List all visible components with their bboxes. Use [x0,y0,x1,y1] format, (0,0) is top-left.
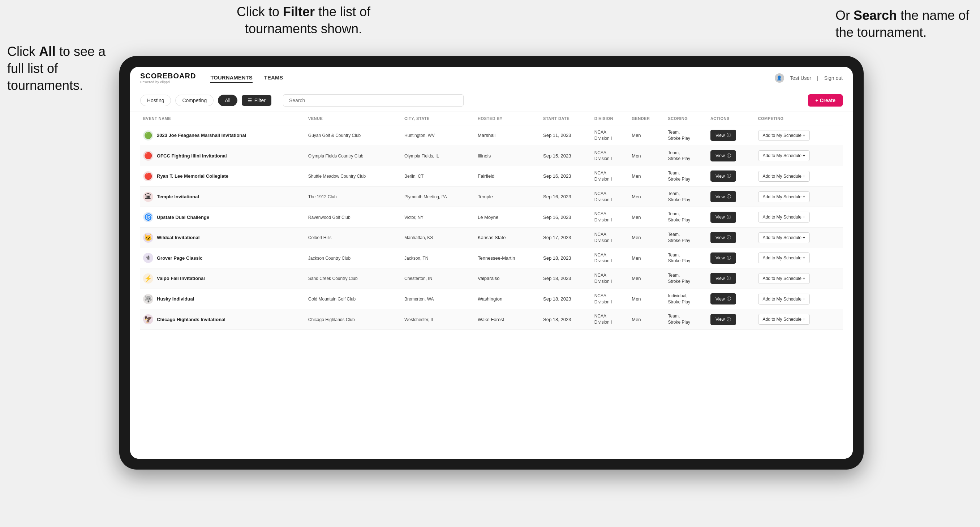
start-date: Sep 18, 2023 [540,268,592,289]
add-schedule-button[interactable]: Add to My Schedule + [758,212,810,222]
event-cell: 🌀 Upstate Dual Challenge [143,212,302,222]
table-row: ⚜ Grover Page Classic Jackson Country Cl… [140,248,843,268]
event-name: OFCC Fighting Illini Invitational [157,153,227,159]
info-icon: ⓘ [727,153,731,159]
team-logo: 🏛 [143,192,153,202]
sign-out-link[interactable]: Sign out [824,75,843,81]
start-date: Sep 18, 2023 [540,309,592,330]
logo-sub: Powered by clippd [140,80,196,84]
add-schedule-button[interactable]: Add to My Schedule + [758,232,810,243]
col-actions: ACTIONS [708,112,755,125]
scoring: Team,Stroke Play [668,273,690,284]
table-row: 🌀 Upstate Dual Challenge Ravenwood Golf … [140,207,843,227]
event-name: 2023 Joe Feaganes Marshall Invitational [157,133,246,138]
event-cell: 🏛 Temple Invitational [143,192,302,202]
col-hosted-by: HOSTED BY [475,112,540,125]
view-button[interactable]: View ⓘ [710,191,736,202]
search-container [283,94,464,106]
add-schedule-button[interactable]: Add to My Schedule + [758,191,810,202]
team-logo: 🟢 [143,130,153,141]
toolbar: Hosting Competing All ☰ Filter + Create [130,89,853,112]
gender: Men [629,289,665,309]
logo-name: SCOREBOARD [140,72,196,80]
venue: Chicago Highlands Club [308,317,355,322]
hosted-by: Valparaiso [475,268,540,289]
city-state: Manhattan, KS [404,235,433,240]
view-button[interactable]: View ⓘ [710,314,736,325]
hosted-by: Le Moyne [475,207,540,227]
nav-link-tournaments[interactable]: TOURNAMENTS [210,73,252,83]
add-schedule-button[interactable]: Add to My Schedule + [758,171,810,182]
view-button[interactable]: View ⓘ [710,170,736,182]
venue: Gold Mountain Golf Club [308,297,356,302]
nav-link-teams[interactable]: TEAMS [264,73,283,83]
info-icon: ⓘ [727,255,731,261]
team-logo: 🔴 [143,171,153,181]
start-date: Sep 16, 2023 [540,207,592,227]
view-button[interactable]: View ⓘ [710,232,736,243]
gender: Men [629,207,665,227]
scoring: Team,Stroke Play [668,191,690,202]
add-schedule-button[interactable]: Add to My Schedule + [758,273,810,284]
gender: Men [629,309,665,330]
division: NCAADivision I [595,273,612,284]
info-icon: ⓘ [727,132,731,138]
add-schedule-button[interactable]: Add to My Schedule + [758,314,810,325]
view-button[interactable]: View ⓘ [710,293,736,305]
view-button[interactable]: View ⓘ [710,150,736,162]
create-button[interactable]: + Create [808,94,843,106]
division: NCAADivision I [595,211,612,222]
hosted-by: Wake Forest [475,309,540,330]
gender: Men [629,166,665,187]
venue: Ravenwood Golf Club [308,215,350,220]
event-name: Wildcat Invitational [157,235,199,240]
event-name: Valpo Fall Invitational [157,276,205,281]
start-date: Sep 15, 2023 [540,146,592,166]
add-schedule-button[interactable]: Add to My Schedule + [758,150,810,161]
search-input[interactable] [283,94,464,106]
division: NCAADivision I [595,130,612,141]
gender: Men [629,125,665,146]
gender: Men [629,146,665,166]
table-row: 🔴 Ryan T. Lee Memorial Collegiate Shuttl… [140,166,843,187]
scoring: Team,Stroke Play [668,314,690,325]
view-button[interactable]: View ⓘ [710,212,736,223]
add-schedule-button[interactable]: Add to My Schedule + [758,294,810,305]
gender: Men [629,227,665,248]
city-state: Plymouth Meeting, PA [404,194,447,199]
scoring: Team,Stroke Play [668,211,690,222]
event-cell: 🟢 2023 Joe Feaganes Marshall Invitationa… [143,130,302,141]
event-name: Ryan T. Lee Memorial Collegiate [157,173,228,179]
tab-hosting[interactable]: Hosting [140,95,171,106]
start-date: Sep 16, 2023 [540,186,592,207]
start-date: Sep 11, 2023 [540,125,592,146]
add-schedule-button[interactable]: Add to My Schedule + [758,130,810,141]
venue: The 1912 Club [308,194,337,199]
team-logo: 🔴 [143,151,153,161]
table-body: 🟢 2023 Joe Feaganes Marshall Invitationa… [140,125,843,330]
team-logo: 🐺 [143,294,153,304]
venue: Sand Creek Country Club [308,276,358,281]
city-state: Westchester, IL [404,317,434,322]
filter-button[interactable]: ☰ Filter [242,95,271,106]
team-logo: ⚡ [143,273,153,284]
hosted-by: Marshall [475,125,540,146]
table-row: 🦅 Chicago Highlands Invitational Chicago… [140,309,843,330]
event-cell: 🔴 Ryan T. Lee Memorial Collegiate [143,171,302,181]
city-state: Huntington, WV [404,133,435,138]
info-icon: ⓘ [727,235,731,241]
table-row: 🟢 2023 Joe Feaganes Marshall Invitationa… [140,125,843,146]
logo-area: SCOREBOARD Powered by clippd [140,72,196,84]
add-schedule-button[interactable]: Add to My Schedule + [758,252,810,264]
event-name: Husky Individual [157,296,194,302]
scoring: Team,Stroke Play [668,252,690,264]
view-button[interactable]: View ⓘ [710,130,736,141]
tab-all[interactable]: All [218,95,237,106]
city-state: Chesterton, IN [404,276,432,281]
tab-competing[interactable]: Competing [175,95,213,106]
tablet-frame: SCOREBOARD Powered by clippd TOURNAMENTS… [119,56,864,470]
view-button[interactable]: View ⓘ [710,273,736,284]
view-button[interactable]: View ⓘ [710,252,736,264]
gender: Men [629,186,665,207]
annotation-topright: Or Search the name of the tournament. [835,7,973,41]
